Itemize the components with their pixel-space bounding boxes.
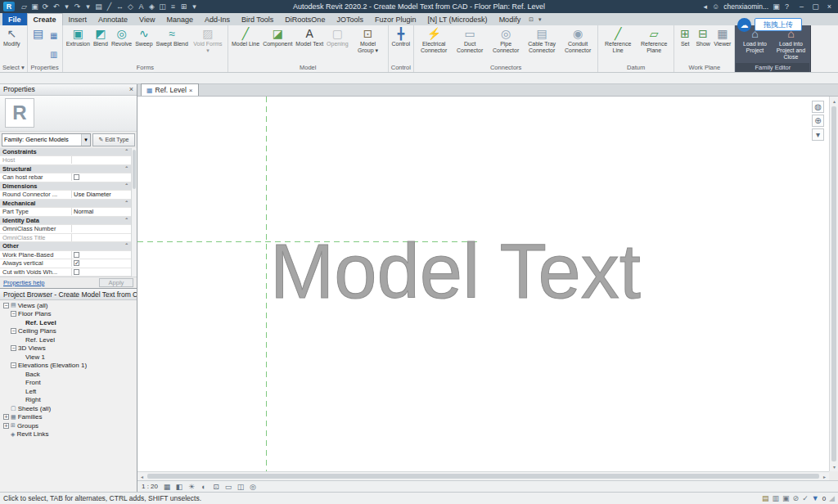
minimize-button[interactable]: – xyxy=(795,1,809,12)
drag-upload-button[interactable]: 拖拽上传 xyxy=(755,18,802,31)
thin-lines-icon[interactable]: ≡ xyxy=(168,1,178,13)
zoom-icon[interactable]: ⊕ xyxy=(812,115,824,127)
infocenter-toggle-icon[interactable]: ◂ xyxy=(700,2,710,11)
undo-menu-icon[interactable]: ▾ xyxy=(61,1,72,13)
group-collapse-icon[interactable]: ˆ xyxy=(125,200,131,207)
tab-create[interactable]: Create xyxy=(27,13,63,25)
maximize-button[interactable]: ▢ xyxy=(809,1,822,12)
scroll-down-icon[interactable]: ▾ xyxy=(830,462,838,471)
property-value[interactable]: Use Diameter xyxy=(72,191,131,198)
properties-help-link[interactable]: Properties help xyxy=(3,279,44,286)
property-group-structural[interactable]: Structuralˆ xyxy=(0,165,131,174)
properties-scrollbar[interactable] xyxy=(131,148,137,277)
ribbon-display-menu-icon[interactable]: ▾ xyxy=(536,16,544,23)
print-icon[interactable]: ▤ xyxy=(93,1,104,13)
tab-bird-tools[interactable]: Bird Tools xyxy=(236,13,279,25)
cable-tray-connector-button[interactable]: ▤Cable Tray Connector xyxy=(524,25,560,63)
sync-with-central-icon[interactable]: ⟳ xyxy=(40,1,51,13)
editing-requests-icon[interactable]: ▥ xyxy=(773,494,780,502)
property-group-dimensions[interactable]: Dimensionsˆ xyxy=(0,182,131,191)
reference-plane-vertical[interactable] xyxy=(266,97,267,471)
apply-button[interactable]: Apply xyxy=(99,278,133,287)
cloud-badge-icon[interactable]: ☁ xyxy=(737,18,751,32)
property-value[interactable]: Normal xyxy=(72,208,131,215)
tag-icon[interactable]: ◇ xyxy=(125,1,136,13)
group-collapse-icon[interactable]: ˆ xyxy=(125,148,131,155)
checkbox[interactable] xyxy=(74,174,79,180)
model-group-button[interactable]: ⊡Model Group ▾ xyxy=(350,25,386,63)
family-type-selector[interactable]: Family: Generic Models ▾ xyxy=(2,133,91,146)
undo-icon[interactable]: ↶ xyxy=(51,1,61,13)
property-value[interactable] xyxy=(72,269,131,275)
show-crop-region-icon[interactable]: ▭ xyxy=(223,483,233,491)
tree-item-view-1[interactable]: View 1 xyxy=(0,353,137,362)
type-preview[interactable]: R xyxy=(0,96,137,132)
tree-item-revit-links[interactable]: ◈Revit Links xyxy=(0,430,137,439)
properties-close-icon[interactable]: × xyxy=(127,85,133,93)
property-value[interactable] xyxy=(72,174,131,180)
revolve-button[interactable]: ◎Revolve xyxy=(110,25,133,63)
detail-level-icon[interactable]: ▦ xyxy=(162,483,172,491)
property-group-identity-data[interactable]: Identity Dataˆ xyxy=(0,217,131,226)
vertical-scrollbar[interactable]: ▴ ▾ xyxy=(829,97,838,471)
collapse-icon[interactable]: − xyxy=(3,303,9,308)
tab-n-lt-microdesk[interactable]: [N] LT (Microdesk) xyxy=(421,13,493,25)
save-icon[interactable]: ▣ xyxy=(29,1,40,13)
group-collapse-icon[interactable]: ˆ xyxy=(125,182,131,190)
property-group-mechanical[interactable]: Mechanicalˆ xyxy=(0,200,131,209)
design-options-icon[interactable]: ▣ xyxy=(782,494,790,502)
model-text-element[interactable]: Model Text xyxy=(270,233,641,310)
family-category-button[interactable]: ▦ xyxy=(47,25,61,44)
sun-path-icon[interactable]: ☀ xyxy=(187,483,196,491)
ribbon-cycle-icon[interactable]: ⊡ xyxy=(526,16,536,23)
zoom-menu-arrow-icon[interactable]: ▾ xyxy=(812,128,824,141)
tree-item-left[interactable]: Left xyxy=(0,387,137,396)
tree-item-right[interactable]: Right xyxy=(0,396,137,405)
combo-dropdown-icon[interactable]: ▾ xyxy=(81,134,90,146)
crop-view-icon[interactable]: ⊡ xyxy=(211,483,221,491)
customize-qat-icon[interactable]: ▾ xyxy=(189,1,200,13)
tree-item-groups[interactable]: +⊞Groups xyxy=(0,421,137,430)
expand-icon[interactable]: + xyxy=(3,414,9,420)
family-types-button[interactable]: ▥ xyxy=(47,44,61,63)
reference-line-button[interactable]: ╱Reference Line xyxy=(600,25,636,63)
tab-jotools[interactable]: JOTools xyxy=(331,13,369,25)
press-drag-toggle-icon[interactable]: ✓ xyxy=(802,494,809,502)
conduit-connector-button[interactable]: ◉Conduit Connector xyxy=(560,25,596,63)
section-icon[interactable]: ◫ xyxy=(157,1,168,13)
show-work-plane-button[interactable]: ⊟Show xyxy=(694,25,712,63)
scroll-right-icon[interactable]: ▸ xyxy=(820,472,829,480)
control-button[interactable]: ╋Control xyxy=(390,25,412,63)
shadows-icon[interactable]: ◐ xyxy=(199,483,209,491)
sweep-button[interactable]: ∿Sweep xyxy=(133,25,154,63)
tab-fuzor-plugin[interactable]: Fuzor Plugin xyxy=(369,13,422,25)
text-icon[interactable]: A xyxy=(136,1,146,13)
measure-icon[interactable]: ╱ xyxy=(104,1,115,13)
collapse-icon[interactable]: − xyxy=(11,328,16,334)
temporary-hide-isolate-icon[interactable]: ◫ xyxy=(236,483,246,491)
reference-plane-button[interactable]: ▱Reference Plane xyxy=(636,25,672,63)
worksets-icon[interactable]: ▤ xyxy=(762,494,769,502)
checkbox[interactable]: ✓ xyxy=(74,260,79,266)
tab-insert[interactable]: Insert xyxy=(63,13,93,25)
tree-item-back[interactable]: Back xyxy=(0,370,137,379)
model-text-button[interactable]: AModel Text xyxy=(294,25,325,63)
tree-item-sheets-all[interactable]: ▢Sheets (all) xyxy=(0,404,137,413)
set-work-plane-button[interactable]: ⊞Set xyxy=(676,25,694,63)
tree-item-views-all[interactable]: −▤Views (all) xyxy=(0,301,137,310)
filter-icon[interactable]: ▼ xyxy=(812,494,819,502)
property-value[interactable] xyxy=(72,252,131,258)
tree-item-ref-level[interactable]: Ref. Level xyxy=(0,318,137,327)
tree-item-front[interactable]: Front xyxy=(0,379,137,388)
pipe-connector-button[interactable]: ◎Pipe Connector xyxy=(488,25,524,63)
collapse-icon[interactable]: − xyxy=(11,345,16,351)
reveal-hidden-elements-icon[interactable]: ◎ xyxy=(248,483,258,491)
tree-item-ceiling-plans[interactable]: −Ceiling Plans xyxy=(0,327,137,336)
group-collapse-icon[interactable]: ˆ xyxy=(125,242,131,250)
checkbox[interactable] xyxy=(74,269,79,275)
app-store-icon[interactable]: ▣ xyxy=(771,2,782,11)
project-browser-header[interactable]: Project Browser - Create Model Text from… xyxy=(0,289,137,300)
scroll-left-icon[interactable]: ◂ xyxy=(137,472,146,480)
collapse-icon[interactable]: − xyxy=(11,362,16,368)
view-tab-close-icon[interactable]: × xyxy=(189,87,193,94)
